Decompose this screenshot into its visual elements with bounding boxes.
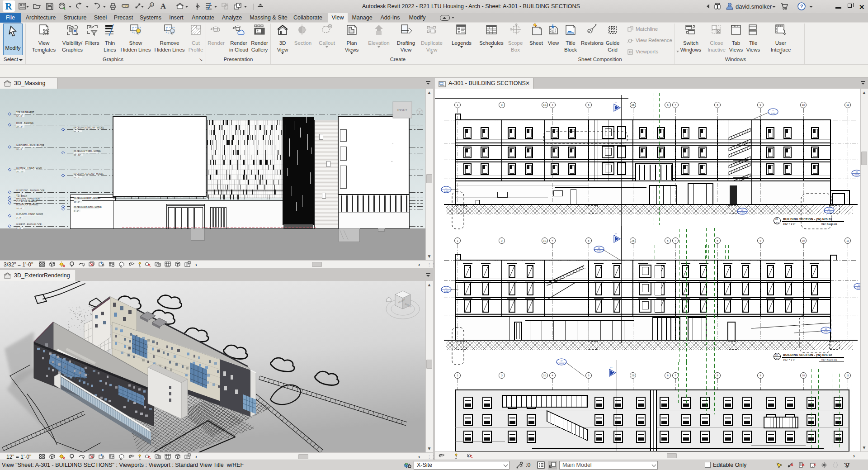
svg-text:?: ? (800, 4, 803, 9)
svg-text:REF: 611.5-101: REF: 611.5-101 (821, 223, 837, 225)
svg-text:03 CEILING THIRD - MODEL: 03 CEILING THIRD - MODEL (74, 150, 101, 152)
svg-text:BUILDING SECTION - (W) N/S 02: BUILDING SECTION - (W) N/S 02 (783, 353, 832, 357)
svg-text:TOP OF PARAPET: TOP OF PARAPET (16, 111, 34, 114)
svg-text:04 CEILING LEVEL 04 - MODEL: 04 CEILING LEVEL 04 - MODEL (74, 127, 104, 129)
svg-text:00 FIRST - FINISH FLOOR: 00 FIRST - FINISH FLOOR (16, 223, 42, 226)
svg-text:02: 02 (615, 233, 617, 235)
svg-text:9: 9 (760, 374, 761, 377)
svg-text:G-603: G-603 (771, 113, 775, 114)
svg-text:G-603: G-603 (854, 174, 859, 176)
svg-text:22: 22 (772, 109, 774, 112)
svg-text:A-301: A-301 (774, 222, 779, 224)
svg-text:REF: 611.5-101: REF: 611.5-101 (821, 358, 837, 361)
svg-text:22: 22 (741, 209, 744, 211)
svg-text:8: 8 (717, 239, 718, 242)
svg-text:03 THIRD - FINISH FLOOR: 03 THIRD - FINISH FLOOR (16, 167, 42, 169)
svg-text:04 FOURTH - FINISH FLOOR: 04 FOURTH - FINISH FLOOR (16, 144, 44, 147)
svg-text:3.1: 3.1 (543, 239, 547, 242)
svg-text:0' - 0": 0' - 0" (16, 227, 22, 229)
svg-text:11: 11 (846, 104, 849, 106)
svg-text:4: 4 (552, 104, 553, 106)
svg-text:03: 03 (775, 354, 778, 356)
svg-text:R: R (5, 1, 12, 12)
svg-text:25' - 10": 25' - 10" (16, 171, 24, 173)
svg-text:A-301: A-301 (774, 357, 779, 360)
svg-text:G-603: G-603 (444, 190, 448, 192)
svg-text:9: 9 (760, 104, 761, 106)
svg-text:01 PLINTH - FINISH FLOOR: 01 PLINTH - FINISH FLOOR (16, 213, 43, 215)
svg-text:22: 22 (858, 284, 860, 286)
svg-text:33' - 10": 33' - 10" (74, 154, 81, 156)
svg-text:22: 22 (598, 247, 600, 249)
svg-text:5: 5 (588, 104, 589, 106)
svg-text:22' - 2": 22' - 2" (74, 176, 80, 179)
svg-text:44' - 8": 44' - 8" (74, 130, 80, 133)
svg-text:22: 22 (856, 171, 858, 173)
svg-text:6: 6 (667, 374, 668, 377)
svg-text:02: 02 (615, 101, 617, 104)
svg-text:10: 10 (802, 239, 805, 242)
svg-text:10' - 0": 10' - 0" (16, 207, 23, 209)
svg-text:02 SECOND - FINISH FLOOR: 02 SECOND - FINISH FLOOR (16, 190, 45, 192)
svg-text:6: 6 (667, 104, 668, 106)
svg-text:2B: 2B (632, 374, 635, 377)
svg-text:10: 10 (802, 374, 805, 377)
svg-text:6: 6 (667, 239, 668, 242)
svg-text:4: 4 (552, 239, 553, 242)
svg-text:ROOF - BEARING: ROOF - BEARING (16, 122, 33, 124)
svg-text:8: 8 (717, 104, 718, 106)
svg-text:G-603: G-603 (857, 287, 860, 289)
svg-text:7: 7 (675, 104, 676, 106)
svg-text:4: 4 (552, 374, 553, 377)
svg-text:3.1: 3.1 (543, 374, 547, 377)
svg-text:2B: 2B (632, 239, 635, 242)
svg-text:3: 3 (501, 239, 502, 242)
svg-text:11: 11 (846, 374, 849, 377)
svg-text:BULB ROOF BEARING: BULB ROOF BEARING (16, 204, 38, 206)
svg-text:52' - 8": 52' - 8" (16, 115, 23, 117)
svg-text:G-603: G-603 (597, 250, 601, 252)
svg-text:1: 1 (457, 374, 458, 377)
svg-text:4' - 8": 4' - 8" (16, 217, 22, 219)
svg-text:22: 22 (445, 187, 448, 190)
svg-text:10: 10 (802, 104, 805, 106)
svg-text:3: 3 (501, 104, 502, 106)
svg-text:G-603: G-603 (444, 290, 448, 292)
svg-text:03: 03 (775, 218, 778, 220)
svg-text:1: 1 (151, 3, 153, 6)
svg-text:8: 8 (717, 374, 718, 377)
svg-text:5: 5 (588, 239, 589, 242)
svg-text:11: 11 (846, 239, 849, 242)
svg-text:A: A (160, 2, 166, 10)
svg-text:RIGHT: RIGHT (397, 109, 408, 112)
svg-text:G-603: G-603 (559, 363, 564, 365)
svg-text:02: 02 (610, 366, 613, 369)
svg-text:48' - 4": 48' - 4" (16, 126, 23, 128)
svg-text:3.1: 3.1 (543, 104, 547, 106)
svg-text:36' - 6": 36' - 6" (16, 148, 23, 150)
svg-text:G-603: G-603 (740, 212, 745, 214)
svg-text:BUILDING SECTION - (W) N/S 03: BUILDING SECTION - (W) N/S 03 (783, 218, 832, 221)
svg-text:00 CEILING PLINTH - MODEL: 00 CEILING PLINTH - MODEL (74, 206, 102, 209)
svg-text:22: 22 (445, 287, 448, 290)
svg-text:02 CEILING SECOND - MODEL: 02 CEILING SECOND - MODEL (74, 173, 104, 175)
svg-text:G-603: G-603 (827, 211, 831, 213)
svg-text:3/32" = 1'-0": 3/32" = 1'-0" (783, 223, 795, 225)
svg-text:22: 22 (825, 328, 827, 330)
svg-text:3: 3 (501, 374, 502, 377)
svg-text:3/32" = 1'-0": 3/32" = 1'-0" (783, 358, 795, 361)
svg-text:G-603: G-603 (824, 331, 828, 333)
svg-text:01 CEILING FIRST - MODEL: 01 CEILING FIRST - MODEL (74, 197, 101, 199)
svg-text:T.O. BRICK: T.O. BRICK (16, 195, 28, 197)
svg-text:12' - 6": 12' - 6" (74, 201, 80, 203)
svg-text:MATERIAL TRANSITION: MATERIAL TRANSITION (16, 198, 39, 200)
svg-text:22: 22 (561, 360, 563, 362)
svg-text:5: 5 (588, 374, 589, 377)
svg-text:7: 7 (675, 374, 676, 377)
svg-text:9: 9 (760, 239, 761, 242)
svg-text:7: 7 (675, 239, 676, 242)
svg-text:8' - 0": 8' - 0" (74, 210, 79, 212)
svg-text:22: 22 (828, 208, 830, 210)
svg-text:CUT ROOF BEARING: CUT ROOF BEARING (16, 200, 37, 203)
svg-text:1: 1 (457, 104, 458, 106)
